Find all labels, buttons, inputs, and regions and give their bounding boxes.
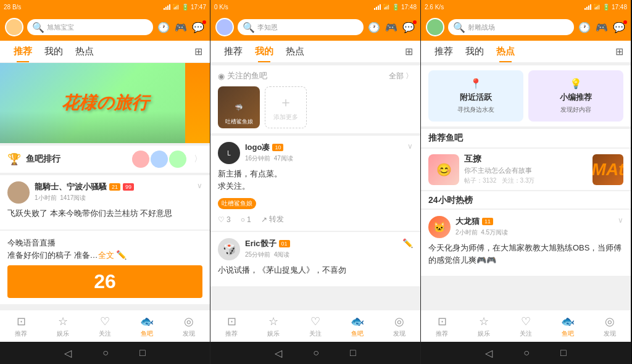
all-link-2[interactable]: 全部 〉: [389, 71, 413, 81]
nav-home-icon-2: ⊡: [227, 315, 236, 328]
mat-text-3: MAt: [592, 154, 623, 185]
mat-image-3: MAt: [592, 154, 623, 185]
nav-item-discover-3[interactable]: ◎ 发现: [589, 315, 631, 338]
android-square-1[interactable]: □: [139, 347, 146, 358]
nav-label-fishbar-3: 鱼吧: [562, 329, 574, 338]
android-home-1[interactable]: ○: [102, 347, 109, 358]
nav-item-fishbar-1[interactable]: 🐟 鱼吧: [126, 315, 168, 338]
edit-icon-2b[interactable]: ✏️: [402, 238, 413, 248]
nav-item-follow-3[interactable]: ♡ 关注: [505, 315, 547, 338]
search-icon-3: 🔍: [453, 22, 465, 33]
clock-icon-2[interactable]: 🕐: [367, 22, 381, 33]
nav-item-recommend-1[interactable]: ⊡ 推荐: [0, 315, 42, 338]
user-avatar-2[interactable]: [215, 18, 234, 36]
post-header-2a: L logo凑 10 16分钟前 47阅读 ∨: [218, 142, 413, 164]
post-author-row-2a: logo凑 10: [245, 142, 402, 153]
fish-item-1[interactable]: 🦈 吐槽鲨鱼娘: [218, 86, 260, 128]
message-icon-3[interactable]: 💬: [612, 22, 626, 33]
nav-label-fishbar-1: 鱼吧: [141, 329, 153, 338]
nav-label-fishbar-2: 鱼吧: [351, 329, 364, 338]
game-icon-3[interactable]: 🎮: [595, 22, 609, 33]
nav-label-discover-3: 发现: [604, 329, 616, 338]
tab-mine-3[interactable]: 我的: [459, 41, 490, 62]
add-more-btn-2[interactable]: ＋ 添加更多: [265, 86, 307, 128]
post-meta-2b: Eric骰子 01 25分钟前 4阅读: [245, 238, 397, 259]
android-back-3[interactable]: ◁: [485, 347, 493, 359]
nav-compass-icon-3: ◎: [605, 315, 615, 328]
android-home-3[interactable]: ○: [523, 347, 530, 358]
nav-fish-icon-1: 🐟: [140, 315, 154, 328]
top-nav-2: 🔍 李知恩 🕐 🎮 💬: [210, 14, 420, 41]
post-author-row-3a: 大龙猫 11: [455, 216, 613, 227]
android-square-3[interactable]: □: [560, 347, 567, 358]
message-icon-1[interactable]: 💬: [191, 22, 205, 33]
post-dropdown-2a[interactable]: ∨: [407, 142, 413, 151]
clock-icon-3[interactable]: 🕐: [578, 22, 591, 33]
post-tag-2a: 吐槽鲨鱼娘: [218, 196, 413, 209]
post-dropdown-1[interactable]: ∨: [197, 181, 202, 190]
tab-mine-1[interactable]: 我的: [38, 41, 69, 62]
tab-hot-2[interactable]: 热点: [280, 41, 310, 62]
clock-icon-1[interactable]: 🕐: [157, 22, 170, 33]
tab-mine-2[interactable]: 我的: [249, 41, 280, 62]
ranking-section-1[interactable]: 🏆 鱼吧排行 〉: [0, 146, 210, 173]
nav-item-fishbar-3[interactable]: 🐟 鱼吧: [547, 315, 589, 338]
nav-item-entertain-1[interactable]: ☆ 娱乐: [42, 315, 84, 338]
tab-recommend-2[interactable]: 推荐: [218, 41, 249, 62]
search-bar-2[interactable]: 🔍 李知恩: [238, 19, 364, 35]
search-text-3: 射雕战场: [468, 23, 569, 32]
section-tabs-1: 推荐 我的 热点 ⊞: [0, 41, 210, 63]
huliao-avatar-3: 😊: [428, 154, 459, 185]
more-link-1[interactable]: 全文: [98, 250, 114, 260]
tab-hot-3[interactable]: 热点: [490, 41, 521, 62]
grid-icon-1[interactable]: ⊞: [194, 46, 202, 57]
post-time-1: 1小时前 1417阅读: [35, 194, 192, 202]
nav-item-recommend-3[interactable]: ⊡ 推荐: [421, 315, 463, 338]
nearby-card-3[interactable]: 📍 附近活跃 寻找身边水友: [428, 70, 523, 122]
nav-item-discover-1[interactable]: ◎ 发现: [168, 315, 210, 338]
tab-recommend-3[interactable]: 推荐: [428, 41, 459, 62]
top-nav-1: 🔍 旭旭宝宝 🕐 🎮 💬: [0, 14, 210, 41]
message-icon-2[interactable]: 💬: [402, 22, 415, 33]
android-back-2[interactable]: ◁: [275, 347, 282, 359]
nav-item-fishbar-2[interactable]: 🐟 鱼吧: [336, 315, 378, 338]
grid-icon-3[interactable]: ⊞: [615, 46, 623, 57]
grid-icon-2[interactable]: ⊞: [405, 46, 413, 57]
like-btn-2a[interactable]: ♡ 3: [218, 215, 231, 224]
comment-btn-2a[interactable]: ○ 1: [241, 215, 251, 224]
nav-label-follow-3: 关注: [520, 329, 532, 338]
share-label-2a: 转发: [269, 214, 284, 225]
android-back-1[interactable]: ◁: [64, 347, 72, 359]
fish-follows-title-2: ◉ 关注的鱼吧: [218, 70, 267, 81]
user-avatar-1[interactable]: [5, 18, 23, 36]
search-bar-1[interactable]: 🔍 旭旭宝宝: [27, 19, 153, 35]
post-tag-label-2a[interactable]: 吐槽鲨鱼娘: [218, 198, 256, 209]
fish-bar-card-3[interactable]: 😊 互撩 你不主动怎么会有故事 帖子：3132 关注：3.3万 MAt: [421, 149, 631, 190]
user-avatar-3[interactable]: [426, 18, 444, 36]
share-btn-2a[interactable]: ↗ 转发: [261, 214, 284, 225]
game-icon-1[interactable]: 🎮: [174, 22, 188, 33]
nav-item-follow-1[interactable]: ♡ 关注: [84, 315, 126, 338]
rank-avatar-1: [132, 151, 149, 168]
nav-item-discover-2[interactable]: ◎ 发现: [378, 315, 420, 338]
status-right-3: 📶 🔋 17:48: [584, 4, 627, 10]
post-author-row-1: 龍騎士、宁波小骚騷 21 99: [35, 181, 192, 192]
search-bar-3[interactable]: 🔍 射雕战场: [448, 19, 574, 35]
time-1: 17:47: [191, 4, 206, 10]
recommend-card-3[interactable]: 💡 小编推荐 发现好内容: [528, 70, 623, 122]
search-icon-2: 🔍: [243, 22, 255, 33]
top-nav-3: 🔍 射雕战场 🕐 🎮 💬: [421, 14, 631, 41]
edit-icon-1[interactable]: ✏️: [116, 250, 127, 260]
nav-item-recommend-2[interactable]: ⊡ 推荐: [210, 315, 252, 338]
game-icon-2[interactable]: 🎮: [385, 22, 398, 33]
android-square-2[interactable]: □: [350, 347, 356, 358]
banner-overlay-1: [0, 111, 210, 143]
tab-hot-1[interactable]: 热点: [69, 41, 100, 62]
post-card-3a: 🐱 大龙猫 11 2小时前 4.5万阅读 ∨ 今天化身为师傅，在大旭家教教大旭熟…: [421, 210, 631, 276]
android-home-2[interactable]: ○: [313, 347, 319, 358]
nav-item-entertain-2[interactable]: ☆ 娱乐: [252, 315, 294, 338]
tab-recommend-1[interactable]: 推荐: [7, 41, 38, 62]
nav-item-entertain-3[interactable]: ☆ 娱乐: [463, 315, 505, 338]
nav-item-follow-2[interactable]: ♡ 关注: [294, 315, 336, 338]
post-dropdown-3a[interactable]: ∨: [618, 216, 623, 225]
